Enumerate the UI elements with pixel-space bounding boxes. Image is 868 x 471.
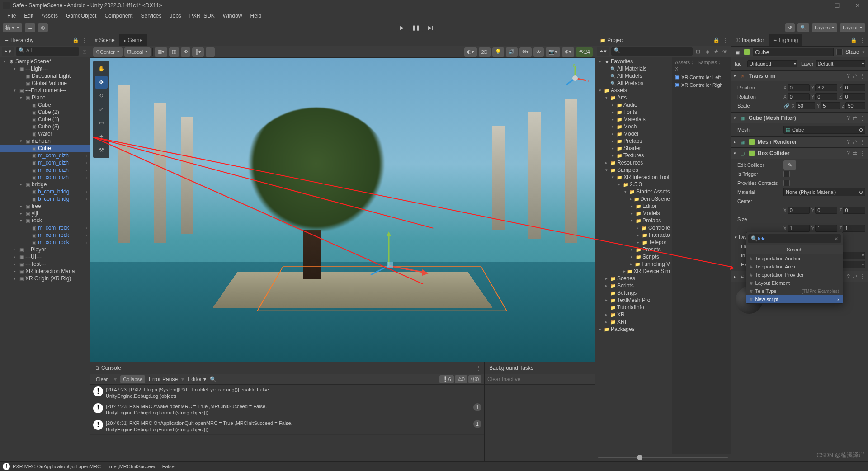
result-item[interactable]: ▣XR Controller Righ [672, 81, 731, 89]
rotate-tool-icon[interactable]: ↻ [95, 89, 108, 102]
menu-jobs[interactable]: Jobs [166, 12, 184, 20]
project-item[interactable]: ▸📁Scenes [595, 275, 672, 282]
providescontacts-checkbox[interactable] [783, 180, 790, 186]
component-menu-icon[interactable]: ⋮ [860, 73, 865, 79]
component-option[interactable]: #Tele Type(TMPro.Examples) [746, 287, 843, 295]
manage-button[interactable]: ◎ [38, 23, 48, 32]
move-tool-icon[interactable]: ✥ [95, 76, 108, 89]
project-tree[interactable]: ▾★Favorites🔍All Materials🔍All Models🔍All… [595, 57, 672, 454]
project-item[interactable]: ▸📁Materials [595, 116, 672, 123]
light-toggle-icon[interactable]: 💡 [492, 47, 504, 57]
layers-dropdown[interactable]: Layers [812, 23, 837, 32]
camera-toggle-icon[interactable]: 📷▾ [546, 47, 560, 57]
project-item[interactable]: ▸📁Resources [595, 159, 672, 166]
project-item[interactable]: ▸📁Scripts [595, 282, 672, 289]
menu-help[interactable]: Help [247, 12, 265, 20]
clear-inactive[interactable]: Clear Inactive [487, 376, 520, 382]
menu-gameobject[interactable]: GameObject [62, 12, 100, 20]
console-clear[interactable]: Clear [93, 375, 110, 383]
hierarchy-item[interactable]: ▸▣---UI--- [0, 253, 90, 260]
project-item[interactable]: ▾📁Starter Assets [595, 188, 672, 195]
hierarchy-item[interactable]: ▾▣---Light--- [0, 65, 90, 72]
istrigger-checkbox[interactable] [783, 171, 790, 177]
hierarchy-item[interactable]: ▸▣yiji [0, 210, 90, 217]
scene-view[interactable]: ✋ ✥ ↻ ⤢ ▭ ✦ ⚒ xy [90, 58, 595, 362]
inspector-menu-icon[interactable]: ⋮ [859, 37, 866, 43]
rot-z[interactable]: 0 [843, 93, 865, 100]
project-item[interactable]: ▾📁Prefabs [595, 217, 672, 224]
magnet-icon[interactable]: ⌐ [206, 47, 215, 57]
tab-bgtasks[interactable]: Background Tasks [485, 362, 538, 374]
layout-dropdown[interactable]: Layout [840, 23, 865, 32]
center-z[interactable]: 0 [843, 207, 865, 214]
center-x[interactable]: 0 [788, 207, 810, 214]
rect-tool-icon[interactable]: ▭ [95, 117, 108, 129]
orientation-gizmo[interactable]: xy [559, 62, 591, 94]
hierarchy-item[interactable]: ▣Cube (1) [0, 116, 90, 123]
size-y[interactable]: 1 [815, 225, 837, 232]
search-mode-icon[interactable]: ⊡ [81, 48, 88, 55]
static-checkbox[interactable] [836, 49, 843, 55]
scl-x[interactable]: 50 [796, 102, 815, 109]
visibility-count[interactable]: 👁24 [576, 47, 593, 57]
grid-snap-icon[interactable]: ▦▾ [155, 47, 167, 57]
meshrenderer-header[interactable]: ▸▦Mesh Renderer?⇄⋮ [731, 137, 868, 147]
hierarchy-item[interactable]: ▾▣Plane [0, 94, 90, 101]
pos-z[interactable]: 0 [843, 84, 865, 91]
step-button[interactable]: ▶| [425, 23, 436, 32]
project-lock-icon[interactable]: 🔒 [712, 37, 720, 43]
hierarchy-item[interactable]: ▾▣---Environment--- [0, 87, 90, 94]
project-item[interactable]: 📁TutorialInfo [595, 304, 672, 311]
console-entry[interactable]: ![20:47:23] PXR MRC Awake openMRC = True… [90, 401, 484, 418]
hierarchy-item[interactable]: ▾▣bridge [0, 181, 90, 188]
tag-dropdown[interactable]: Untagged▼ [747, 60, 797, 67]
clear-search-icon[interactable]: ✕ [835, 236, 838, 241]
account-dropdown[interactable]: 楠 ▾ [3, 23, 22, 32]
hidden-icon[interactable]: 👁 [722, 48, 729, 55]
hierarchy-search[interactable]: 🔍 All [16, 47, 79, 56]
mesh-field[interactable]: ▦Cube⊙ [783, 126, 865, 134]
project-item[interactable]: 🔍All Models [595, 72, 672, 80]
error-icon[interactable]: ! [3, 463, 10, 470]
custom-tool-icon[interactable]: ⚒ [95, 144, 108, 156]
project-search[interactable]: 🔍 [611, 47, 693, 56]
help-icon[interactable]: ? [847, 73, 850, 79]
rot-y[interactable]: 0 [815, 93, 837, 100]
hierarchy-item[interactable]: ▣m_com_dizh› [0, 174, 90, 181]
meshrenderer-enable[interactable] [749, 139, 755, 145]
cloud-button[interactable]: ☁ [25, 23, 35, 32]
rot-x[interactable]: 0 [788, 93, 810, 100]
close-button[interactable]: ✕ [847, 0, 868, 11]
project-item[interactable]: ▸📁Mesh [595, 123, 672, 130]
project-item[interactable]: ▸📁Shader [595, 145, 672, 152]
console-body[interactable]: ![20:47:23] [PXR_Flugin][System][PXL_Ena… [90, 385, 484, 461]
filter-type-icon[interactable]: ⊡ [694, 48, 702, 55]
hierarchy-item[interactable]: ▣m_com_dizh› [0, 159, 90, 166]
pause-button[interactable]: ❚❚ [409, 23, 423, 32]
component-option[interactable]: #New script› [746, 295, 843, 303]
project-item[interactable]: ▸📁Editor [595, 203, 672, 210]
hierarchy-item[interactable]: ▣Cube (3) [0, 123, 90, 130]
hierarchy-item[interactable]: ▣m_com_rock› [0, 239, 90, 246]
project-item[interactable]: 📁Settings [595, 289, 672, 297]
scl-z[interactable]: 50 [845, 102, 865, 109]
tab-scene[interactable]: #Scene [90, 34, 119, 46]
audio-toggle-icon[interactable]: 🔊 [506, 47, 518, 57]
hierarchy-item[interactable]: ▸▣XR Interaction Mana [0, 268, 90, 275]
maximize-button[interactable]: ☐ [826, 0, 847, 11]
project-item[interactable]: ▸📁Telepor [595, 239, 672, 246]
project-zoom-slider[interactable] [598, 457, 728, 458]
project-create[interactable]: + ▾ [597, 47, 609, 56]
project-item[interactable]: ▸📁Controlle [595, 224, 672, 231]
transform-header[interactable]: ▾⤧ Transform ? ⇄ ⋮ [731, 71, 868, 81]
hierarchy-item[interactable]: ▸▣---Player--- [0, 246, 90, 253]
tab-console[interactable]: 🗒Console [90, 362, 126, 374]
console-entry[interactable]: ![20:47:23] [PXR_Flugin][System][PXL_Ena… [90, 385, 484, 401]
hierarchy-menu-icon[interactable]: ⋮ [81, 37, 88, 43]
create-dropdown[interactable]: + ▾ [2, 47, 14, 56]
console-errpause[interactable]: Error Pause [149, 376, 178, 382]
project-item[interactable]: 🔍All Prefabs [595, 80, 672, 87]
project-item[interactable]: ▾📁Arts [595, 94, 672, 101]
space-dropdown[interactable]: ⊞Local [124, 47, 151, 57]
physmat-field[interactable]: None (Physic Material)⊙ [783, 188, 865, 196]
